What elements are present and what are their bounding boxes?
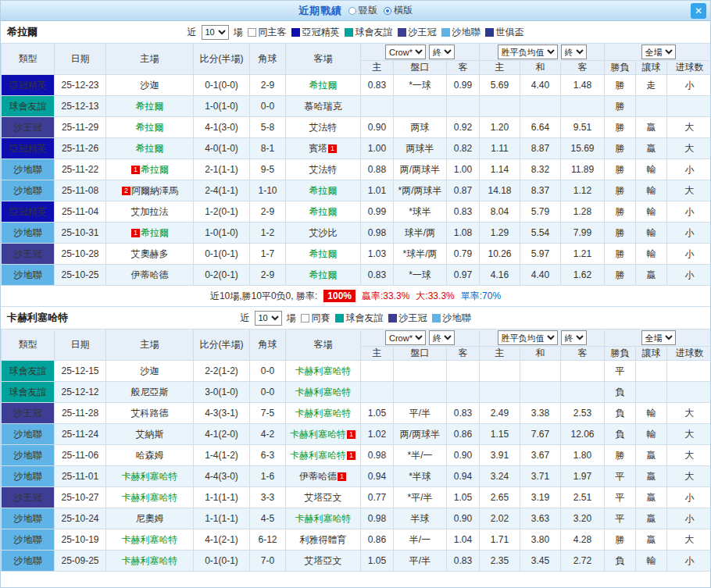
filter-controls: 近10場同主客亞冠精英球會友誼沙王冠沙地聯世俱盃	[188, 25, 524, 40]
filter-checkbox[interactable]: 同主客	[248, 26, 287, 39]
handicap-result-cell: 贏	[636, 508, 667, 529]
league-filter-checkbox[interactable]: 球會友誼	[345, 26, 393, 39]
league-filter-checkbox[interactable]: 沙王冠	[398, 26, 437, 39]
league-filter-checkbox[interactable]: 沙王冠	[388, 312, 427, 325]
handicap-cell: 球半/两	[394, 223, 447, 244]
score-cell: 1-4(1-2)	[194, 445, 250, 466]
date-cell: 25-10-28	[55, 244, 106, 265]
away-team-name: 卡赫利塞哈特	[290, 450, 346, 461]
subheader-wdl-away: 客	[561, 347, 605, 361]
results-table: 類型日期主場比分(半場)角球客場Crow*終胜平负均值終全場主盤口客主和客勝負讓…	[1, 329, 711, 572]
header-result-group: 全場	[605, 44, 711, 61]
score-cell: 2-4(1-1)	[194, 180, 250, 201]
match-count-select[interactable]: 10	[202, 25, 229, 40]
odds-time-select[interactable]: 終	[429, 45, 455, 59]
wdl-source-select[interactable]: 胜平负均值	[498, 45, 558, 59]
odds-home-cell: 0.98	[361, 445, 394, 466]
match-row: 沙地聯25-11-082阿爾納澤馬2-4(1-1)1-10希拉爾1.01*两/两…	[2, 180, 711, 201]
score-cell: 4-1(3-0)	[194, 117, 250, 138]
odds-away-cell	[447, 96, 480, 117]
layout-vertical-radio[interactable]: 豎版	[348, 4, 377, 17]
result-cell: 負	[605, 403, 636, 424]
filter-checkbox[interactable]: 同賽	[301, 312, 330, 325]
date-cell: 25-12-23	[55, 75, 106, 96]
league-filter-checkbox[interactable]: 球會友誼	[335, 312, 384, 325]
wdl-draw-cell: 5.54	[520, 223, 561, 244]
wdl-away-cell: 1.48	[561, 75, 605, 96]
wdl-away-cell	[561, 382, 605, 403]
subheader-odds-away: 客	[447, 61, 480, 75]
date-cell: 25-10-31	[55, 223, 106, 244]
odds-source-select[interactable]: Crow*	[385, 45, 426, 59]
league-filter-checkbox[interactable]: 沙地聯	[441, 26, 481, 39]
handicap-result-cell: 贏	[636, 466, 667, 487]
home-team-name: 卡赫利塞哈特	[122, 471, 178, 482]
scope-select[interactable]: 全場	[641, 45, 676, 59]
away-team-cell: 伊蒂哈德1	[286, 466, 361, 487]
subheader-odds-home: 主	[361, 61, 394, 75]
handicap-cell: 半/一	[394, 529, 447, 551]
subheader-wdl-home: 主	[480, 347, 520, 361]
score-cell: 1-2(0-1)	[194, 201, 250, 223]
wdl-home-cell: 2.35	[480, 551, 520, 572]
date-cell: 25-11-06	[55, 445, 106, 466]
odds-home-cell: 1.02	[361, 424, 394, 445]
away-team-name: 艾法特	[309, 122, 338, 133]
match-row: 沙地聯25-10-24尼奧姆1-1(1-1)4-5卡赫利塞哈特0.98半球0.9…	[2, 508, 711, 529]
odds-source-select[interactable]: Crow*	[385, 330, 426, 345]
corner-cell: 2-9	[250, 75, 286, 96]
odds-home-cell: 0.86	[361, 529, 394, 551]
league-type-cell: 亞冠精英	[2, 138, 55, 159]
team-section-2: 卡赫利塞哈特近10場同賽球會友誼沙王冠沙地聯類型日期主場比分(半場)角球客場Cr…	[1, 307, 710, 572]
league-filter-checkbox[interactable]: 世俱盃	[485, 26, 524, 39]
wdl-source-select[interactable]: 胜平负均值	[498, 330, 558, 345]
wdl-home-cell: 4.16	[480, 265, 520, 286]
checkbox-icon	[301, 314, 309, 323]
header-result-group: 全場	[605, 330, 711, 347]
wdl-away-cell	[561, 361, 605, 382]
odds-home-cell: 1.00	[361, 138, 394, 159]
wdl-away-cell: 1.21	[561, 244, 605, 265]
subheader-handicap-result: 讓球	[636, 61, 667, 75]
league-type-cell: 亞冠精英	[2, 75, 55, 96]
handicap-result-cell: 走	[636, 75, 667, 96]
scope-select[interactable]: 全場	[641, 330, 676, 345]
odds-home-cell	[361, 96, 394, 117]
goals-result-cell: 大	[667, 117, 711, 138]
odds-away-cell	[447, 382, 480, 403]
red-card-badge: 1	[347, 451, 356, 460]
odds-away-cell: 0.82	[447, 138, 480, 159]
layout-horizontal-radio[interactable]: 橫版	[384, 4, 413, 17]
wdl-draw-cell: 8.32	[520, 159, 561, 180]
league-type-cell: 沙王冠	[2, 244, 55, 265]
results-table: 類型日期主場比分(半場)角球客場Crow*終胜平负均值終全場主盤口客主和客勝負讓…	[1, 43, 711, 286]
wdl-time-select[interactable]: 終	[561, 45, 587, 59]
score-cell: 4-1(2-1)	[194, 529, 250, 551]
wdl-time-select[interactable]: 終	[561, 330, 587, 345]
handicap-result-cell: 輸	[636, 201, 667, 223]
home-team-name: 般尼亞斯	[131, 387, 169, 397]
match-count-select[interactable]: 10	[255, 311, 282, 326]
handicap-cell: 两球半	[394, 138, 447, 159]
odds-home-cell: 1.05	[361, 551, 394, 572]
goals-result-cell: 大	[667, 403, 711, 424]
league-filter-checkbox[interactable]: 沙地聯	[432, 312, 471, 325]
home-team-cell: 希拉爾	[106, 96, 194, 117]
close-button[interactable]: ✕	[691, 3, 706, 19]
date-cell: 25-11-26	[55, 138, 106, 159]
goals-result-cell	[667, 361, 711, 382]
result-cell: 平	[605, 361, 636, 382]
league-type-cell: 沙地聯	[2, 551, 55, 572]
matches-label: 場	[287, 312, 296, 325]
away-team-name: 卡赫利塞哈特	[290, 429, 346, 440]
wdl-home-cell: 1.14	[480, 159, 520, 180]
odds-time-select[interactable]: 終	[429, 330, 455, 345]
home-team-name: 沙迦	[141, 365, 159, 376]
subheader-result: 勝負	[605, 61, 636, 75]
away-team-name: 利雅得體育	[300, 534, 347, 545]
wdl-home-cell: 2.02	[480, 508, 520, 529]
subheader-wdl-home: 主	[480, 61, 520, 75]
league-filter-checkbox[interactable]: 亞冠精英	[291, 26, 340, 39]
handicap-cell: 平/半	[394, 403, 447, 424]
home-team-cell: 卡赫利塞哈特	[106, 466, 194, 487]
